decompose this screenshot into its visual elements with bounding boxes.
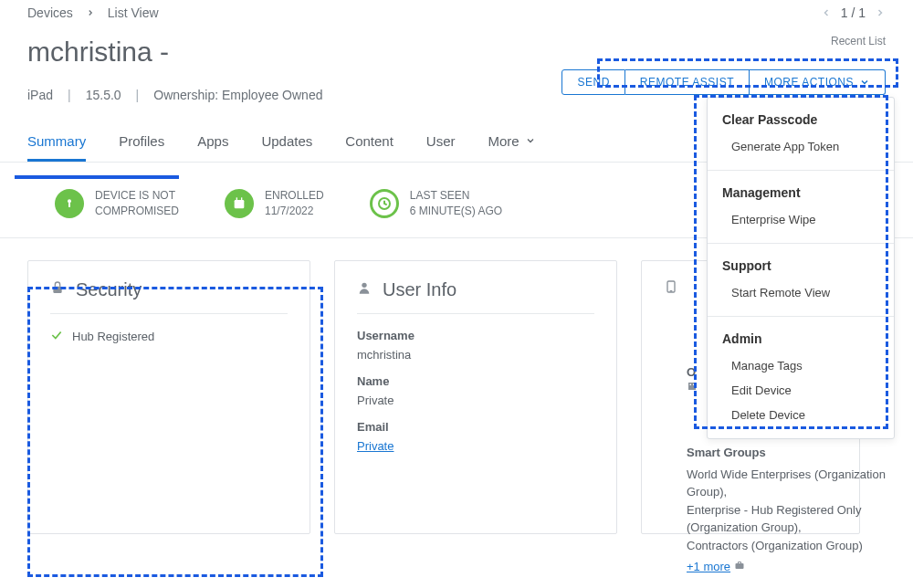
tab-updates[interactable]: Updates: [261, 119, 312, 162]
smart-groups: Smart Groups World Wide Enterprises (Org…: [687, 444, 897, 576]
smart-groups-line: Enterprise - Hub Registered Only (Organi…: [687, 501, 897, 537]
status-enrolled-l1: ENROLLED: [265, 188, 324, 204]
menu-heading-management: Management: [708, 182, 894, 207]
more-actions-label: MORE ACTIONS: [764, 76, 854, 89]
username-value: mchristina: [357, 348, 594, 362]
status-compromised-l1: DEVICE IS NOT: [95, 188, 179, 204]
breadcrumb-devices[interactable]: Devices: [27, 5, 73, 20]
tab-profiles[interactable]: Profiles: [119, 119, 164, 162]
pager-prev-icon[interactable]: [821, 7, 832, 18]
separator: |: [136, 88, 140, 102]
name-value: Private: [357, 394, 594, 407]
subtitle-ownership: Ownership: Employee Owned: [153, 88, 322, 102]
security-card: Security Hub Registered: [27, 260, 310, 534]
more-actions-menu: Clear Passcode Generate App Token Manage…: [707, 97, 895, 439]
email-label: Email: [357, 420, 594, 434]
breadcrumb-bar: Devices List View 1 / 1: [0, 0, 913, 20]
briefcase-icon: [734, 558, 745, 576]
menu-item-enterprise-wipe[interactable]: Enterprise Wipe: [708, 207, 894, 232]
userinfo-card: User Info Username mchristina Name Priva…: [334, 260, 617, 534]
device-icon: [664, 279, 678, 298]
highlight-underline: [15, 175, 179, 179]
svg-rect-4: [241, 197, 242, 201]
tab-content[interactable]: Content: [345, 119, 394, 162]
username-label: Username: [357, 329, 594, 342]
pager-next-icon[interactable]: [875, 7, 886, 18]
subtitle-platform: iPad: [27, 88, 53, 102]
menu-heading-support: Support: [708, 255, 894, 280]
menu-heading-clear-passcode[interactable]: Clear Passcode: [708, 109, 894, 134]
svg-rect-12: [693, 384, 695, 386]
smart-groups-line: Contractors (Organization Group): [687, 537, 897, 555]
shield-icon: [55, 189, 84, 218]
svg-point-7: [362, 283, 366, 288]
status-lastseen-l1: LAST SEEN: [410, 188, 502, 204]
menu-item-manage-tags[interactable]: Manage Tags: [708, 353, 894, 378]
tab-user[interactable]: User: [426, 119, 456, 162]
action-bar: SEND REMOTE ASSIST MORE ACTIONS: [561, 69, 886, 95]
menu-item-start-remote-view[interactable]: Start Remote View: [708, 280, 894, 305]
chevron-down-icon: [525, 133, 536, 149]
page-title: mchristina -: [27, 37, 886, 68]
clock-icon: [370, 189, 399, 218]
svg-rect-6: [53, 287, 61, 293]
breadcrumb-listview[interactable]: List View: [108, 5, 159, 20]
tab-more[interactable]: More: [488, 119, 536, 162]
chevron-down-icon: [859, 77, 870, 88]
status-enrolled: ENROLLED 11/7/2022: [225, 188, 324, 219]
smart-groups-more-link[interactable]: +1 more: [687, 558, 745, 576]
menu-item-generate-token[interactable]: Generate App Token: [708, 134, 894, 159]
svg-rect-2: [235, 200, 245, 208]
name-label: Name: [357, 374, 594, 388]
send-button[interactable]: SEND: [561, 69, 624, 95]
more-actions-button[interactable]: MORE ACTIONS: [750, 69, 886, 95]
subtitle-version: 15.5.0: [86, 88, 121, 102]
menu-item-delete-device[interactable]: Delete Device: [708, 403, 894, 427]
lock-icon: [50, 280, 65, 299]
userinfo-title: User Info: [383, 279, 456, 300]
pager: 1 / 1: [821, 5, 886, 20]
svg-rect-11: [690, 384, 692, 386]
pager-text: 1 / 1: [841, 5, 866, 20]
status-compromised-l2: COMPROMISED: [95, 204, 179, 219]
svg-rect-3: [236, 197, 237, 201]
smart-groups-label: Smart Groups: [687, 444, 897, 462]
hub-registered-label: Hub Registered: [72, 330, 154, 343]
user-icon: [357, 280, 372, 299]
og-label: O: [687, 365, 698, 379]
calendar-icon: [225, 189, 254, 218]
tab-apps[interactable]: Apps: [197, 119, 228, 162]
status-enrolled-l2: 11/7/2022: [265, 204, 324, 219]
status-lastseen-l2: 6 MINUTE(S) AGO: [410, 204, 502, 219]
remote-assist-button[interactable]: REMOTE ASSIST: [625, 69, 750, 95]
smart-groups-line: World Wide Enterprises (Organization Gro…: [687, 466, 897, 501]
svg-rect-13: [736, 563, 744, 569]
menu-heading-admin: Admin: [708, 328, 894, 353]
menu-item-edit-device[interactable]: Edit Device: [708, 378, 894, 403]
org-group-row: O: [687, 365, 698, 394]
chevron-right-icon: [86, 8, 95, 17]
svg-rect-10: [688, 383, 696, 390]
email-value[interactable]: Private: [357, 439, 594, 453]
tab-summary[interactable]: Summary: [27, 119, 86, 162]
tab-more-label: More: [488, 133, 519, 149]
separator: |: [68, 88, 71, 102]
check-icon: [50, 329, 63, 344]
more-link-text: +1 more: [687, 558, 730, 576]
svg-rect-1: [68, 202, 70, 206]
status-lastseen: LAST SEEN 6 MINUTE(S) AGO: [370, 188, 502, 219]
status-compromised: DEVICE IS NOT COMPROMISED: [55, 188, 179, 219]
building-icon: [687, 381, 698, 394]
security-title: Security: [76, 279, 142, 300]
